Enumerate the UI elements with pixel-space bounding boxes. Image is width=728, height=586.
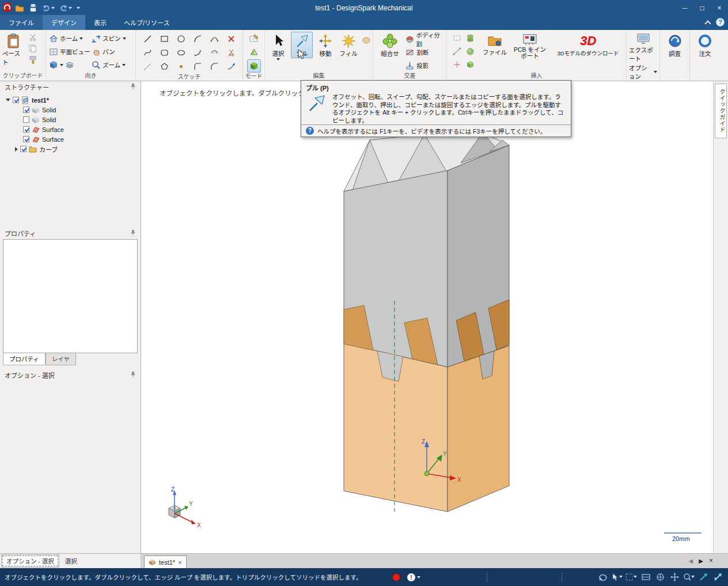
close-button[interactable]: × [711,0,728,16]
tree-label[interactable]: Solid [42,116,56,123]
maximize-button[interactable]: □ [693,0,711,16]
pull-tool-button[interactable]: プル [291,32,313,58]
tab-layers[interactable]: レイヤ [46,353,76,365]
tree-item-root[interactable]: test1* [0,95,141,105]
combine-button[interactable]: 組合せ [378,32,402,58]
record-button[interactable] [392,573,400,581]
sketch-mode-button[interactable] [247,32,261,45]
tree-label[interactable]: test1* [32,97,49,104]
pcb-import-button[interactable]: PCB をインポート [512,32,548,60]
select-mode-button[interactable] [611,571,623,583]
rectangle-tool[interactable] [156,32,173,46]
tab-file[interactable]: ファイル [0,15,43,30]
insert-file-button[interactable]: ファイル [482,32,507,57]
tree-item-solid2[interactable]: Solid [0,115,141,124]
download-3d-button[interactable]: 3D 3Dモデルのダウンロード [552,32,624,58]
orbit-view-button[interactable] [654,571,666,583]
quick-guide-tab[interactable]: クイックガイド [715,84,727,138]
ellipse-tool[interactable] [173,46,189,59]
rounded-rectangle-tool[interactable] [156,46,173,59]
project-button[interactable]: 投影 [405,59,445,71]
model-3d[interactable]: Z Y X Z Y X [141,81,712,553]
checkbox[interactable] [23,136,29,142]
tree-label[interactable]: Surface [42,136,64,143]
tab-options-select[interactable]: オプション - 選択 [1,554,59,568]
move-tool-button[interactable]: 移動 [315,32,336,58]
solid-mode-button[interactable] [247,59,261,73]
zoom-extents-button[interactable] [697,571,709,583]
blend-button[interactable] [361,35,371,46]
split-body-button[interactable]: ボディ分割 [405,33,445,45]
save-button[interactable] [27,2,39,13]
help-button[interactable]: ? [716,18,725,27]
section-mode-button[interactable] [247,46,261,59]
pin-icon[interactable] [130,371,136,379]
undo-button[interactable] [40,3,56,13]
insert-block-button[interactable] [465,59,475,70]
spin-view-button[interactable] [597,571,608,583]
circle-tool[interactable] [173,32,189,46]
spline-tool[interactable] [139,46,156,59]
fit-view-button[interactable] [712,571,723,583]
checkbox[interactable] [23,116,29,123]
tab-display[interactable]: 表示 [85,15,115,30]
tab-scroll-right-button[interactable]: ▶ [699,558,703,564]
polygon-tool[interactable] [156,59,173,73]
checkbox[interactable] [23,126,29,133]
document-tab-label[interactable]: test1* [159,559,175,566]
chamfer-tool[interactable] [206,59,223,73]
tree-item-surface2[interactable]: Surface [0,134,141,144]
plan-view-button[interactable]: 平面ビュー [48,45,90,58]
tab-scroll-left-button[interactable]: ◀ [689,558,693,564]
delete-sketch-tool[interactable] [223,32,240,46]
tab-select[interactable]: 選択 [60,555,82,567]
pan-view-button[interactable] [669,571,680,583]
properties-grid[interactable] [3,239,138,353]
view-cube-button[interactable] [48,58,90,71]
fillet-tool[interactable] [189,59,206,73]
tree-label[interactable]: カーブ [39,145,58,154]
tree-label[interactable]: Solid [42,107,56,114]
collapse-ribbon-button[interactable] [704,20,711,27]
spin-button[interactable]: スピン [90,32,133,45]
box-select-button[interactable] [625,571,637,583]
document-tab-close-icon[interactable]: × [178,559,181,566]
bend-tool[interactable] [223,59,240,73]
tangent-arc-tool[interactable] [189,32,206,46]
model-wood-side-face[interactable] [448,346,509,512]
tree-item-surface1[interactable]: Surface [0,124,141,134]
line-tool[interactable] [139,32,156,46]
home-view-button[interactable]: ホーム [48,32,90,45]
export-button[interactable]: エクスポート オプション [628,32,658,81]
pan-button[interactable]: パン [90,45,133,58]
split-button[interactable]: 割断 [405,46,445,58]
checkbox[interactable] [13,97,19,103]
plan-view-button[interactable] [640,571,651,583]
paste-button[interactable]: ペースト [2,32,25,67]
investigate-button[interactable]: 調査 [662,32,688,58]
copy-button[interactable] [28,43,38,54]
construction-line-tool[interactable] [139,59,156,73]
arc-tool[interactable] [206,46,223,59]
sweep-arc-tool[interactable] [189,46,206,59]
three-point-arc-tool[interactable] [206,32,223,46]
insert-axis-button[interactable] [452,46,462,56]
viewport-3d[interactable]: オブジェクトをクリックします。ダブルクリックして、エッジ [141,81,713,553]
zoom-view-button[interactable] [683,571,695,583]
order-button[interactable]: 注文 [692,32,718,58]
redo-button[interactable] [58,3,74,13]
insert-cylinder-button[interactable] [465,33,475,43]
checkbox[interactable] [23,107,29,113]
insert-plane-button[interactable] [452,33,462,43]
checkbox[interactable] [20,146,26,152]
insert-origin-button[interactable] [452,59,462,70]
trim-tool[interactable] [223,46,240,59]
tab-help-resources[interactable]: ヘルプ/リソース [115,15,179,30]
cut-button[interactable] [28,32,38,42]
document-tab-test1[interactable]: test1* × [144,555,187,568]
warning-badge[interactable]: ! [407,573,420,581]
pin-icon[interactable] [130,83,136,91]
zoom-button[interactable]: ズーム [90,58,133,71]
tree-item-solid1[interactable]: Solid [0,105,141,115]
point-tool[interactable] [173,59,189,73]
